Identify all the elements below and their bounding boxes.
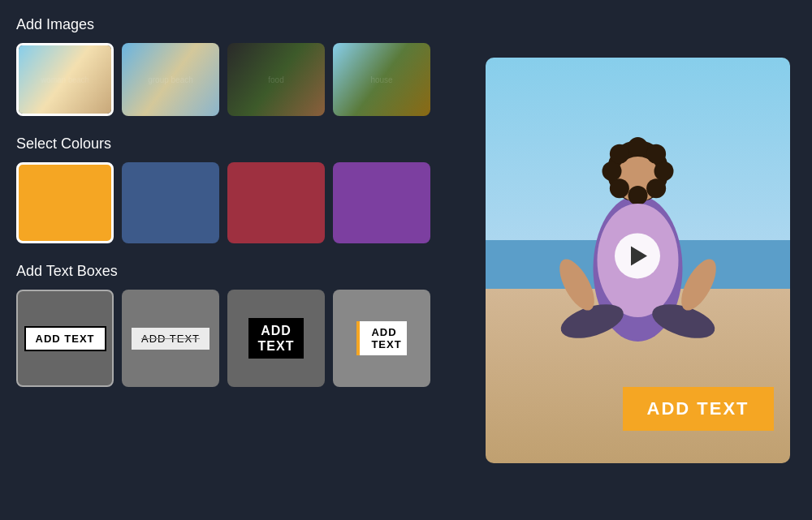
image-thumb-1[interactable] (16, 43, 114, 116)
colours-section: Select Colours (16, 135, 455, 243)
textboxes-section-title: Add Text Boxes (16, 263, 455, 280)
preview-container: ADD TEXT (486, 58, 790, 463)
textboxes-grid: ADD TEXT ADD TEXT ADDTEXT ADDTEXT (16, 290, 455, 387)
colour-swatch-purple[interactable] (333, 162, 430, 243)
colour-swatch-red[interactable] (227, 162, 325, 243)
preview-text-overlay: ADD TEXT (486, 387, 790, 431)
textbox-label-1: ADD TEXT (24, 326, 106, 351)
textbox-option-4[interactable]: ADDTEXT (333, 290, 430, 387)
play-button[interactable] (615, 233, 660, 278)
image-thumb-3[interactable] (227, 43, 325, 116)
textboxes-section: Add Text Boxes ADD TEXT ADD TEXT ADDTEXT… (16, 263, 455, 387)
images-grid (16, 43, 455, 116)
image-thumb-2[interactable] (122, 43, 219, 116)
textbox-label-3: ADDTEXT (248, 318, 304, 359)
textbox-option-3[interactable]: ADDTEXT (227, 290, 325, 387)
colour-swatch-orange[interactable] (16, 162, 114, 243)
images-section: Add Images (16, 16, 455, 116)
textbox-option-1[interactable]: ADD TEXT (16, 290, 114, 387)
colours-grid (16, 162, 455, 243)
left-panel: Add Images Select Colours (0, 0, 471, 520)
textbox-option-2[interactable]: ADD TEXT (122, 290, 219, 387)
image-thumb-4[interactable] (333, 43, 430, 116)
colour-swatch-blue[interactable] (122, 162, 219, 243)
images-section-title: Add Images (16, 16, 455, 33)
preview-add-text[interactable]: ADD TEXT (623, 387, 774, 431)
textbox-label-4: ADDTEXT (356, 321, 406, 355)
textbox-label-2: ADD TEXT (132, 328, 209, 350)
colours-section-title: Select Colours (16, 135, 455, 153)
right-panel: ADD TEXT (471, 0, 812, 520)
